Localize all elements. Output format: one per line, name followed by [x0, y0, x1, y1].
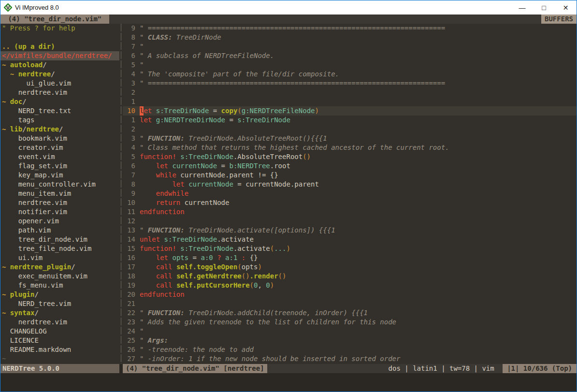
- token-k: let: [156, 161, 168, 171]
- tree-file[interactable]: ui.vim: [0, 253, 119, 262]
- code-line[interactable]: 15function! s:TreeDirNode.activate(...): [123, 244, 577, 253]
- code-line[interactable]: 1let g:NERDTreeDirNode = s:TreeDirNode: [123, 116, 577, 125]
- code-line[interactable]: 1: [123, 97, 577, 106]
- token-d: [2, 254, 18, 261]
- token-dir: nerdtree: [27, 125, 59, 133]
- code-line[interactable]: 5function! s:TreeDirNode.AbsoluteTreeRoo…: [123, 152, 577, 161]
- code-line[interactable]: 7": [123, 42, 577, 51]
- code-line[interactable]: 11endfunction: [123, 207, 577, 217]
- code-line[interactable]: 4" The 'composite' part of the file/dir …: [123, 70, 577, 79]
- code-line[interactable]: 21: [123, 299, 577, 308]
- tree-file[interactable]: NERD_tree.vim: [0, 299, 119, 308]
- code-line[interactable]: 26" -treenode: the node to add: [123, 345, 577, 354]
- code-line[interactable]: 23" Adds the given treenode to the list …: [123, 318, 577, 327]
- minimize-button[interactable]: —: [511, 0, 533, 15]
- code-line[interactable]: 27" -inOrder: 1 if the new node should b…: [123, 354, 577, 363]
- tree-file[interactable]: nerdtree.vim: [0, 318, 119, 327]
- token-c: TreeDirNode.activate([options]) {{{1: [185, 226, 335, 235]
- close-button[interactable]: ✕: [555, 0, 577, 15]
- token-d: /: [22, 98, 26, 105]
- tree-file[interactable]: NERD_tree.txt: [0, 106, 119, 116]
- code-line[interactable]: 12: [123, 217, 577, 226]
- code-line[interactable]: 5": [123, 60, 577, 70]
- code-line[interactable]: 16 let opts = a:0 ? a:1 : {}: [123, 253, 577, 262]
- token-d: [2, 235, 18, 243]
- token-d: /: [51, 70, 55, 78]
- code-line[interactable]: 17 call self.toggleOpen(opts): [123, 262, 577, 272]
- code-line[interactable]: 9 endwhile: [123, 189, 577, 198]
- token-k: call: [156, 281, 173, 290]
- tree-file[interactable]: menu_controller.vim: [0, 180, 119, 189]
- tab-tree-dir-node[interactable]: (4) "tree_dir_node.vim": [0, 15, 109, 24]
- code-line[interactable]: 13" FUNCTION: TreeDirNode.activate([opti…: [123, 226, 577, 235]
- code-line[interactable]: 8 let currentNode = currentNode.parent: [123, 180, 577, 189]
- code-line[interactable]: 2: [123, 88, 577, 97]
- tree-up-a-dir[interactable]: .. (up a dir): [0, 42, 119, 51]
- tree-file[interactable]: tree_dir_node.vim: [0, 235, 119, 244]
- token-d: [2, 153, 18, 160]
- tree-blank-line[interactable]: [0, 33, 119, 42]
- code-line[interactable]: 2: [123, 125, 577, 134]
- code-line[interactable]: 14unlet s:TreeDirNode.activate: [123, 235, 577, 244]
- tree-file[interactable]: tags: [0, 116, 119, 125]
- token-d: [2, 107, 18, 115]
- code-line[interactable]: 20endfunction: [123, 290, 577, 299]
- code-line[interactable]: 9" =====================================…: [123, 24, 577, 33]
- tree-file[interactable]: CHANGELOG: [0, 327, 119, 336]
- code-line[interactable]: 24": [123, 327, 577, 336]
- code-line[interactable]: 25" Args:: [123, 336, 577, 345]
- tree-dir[interactable]: ~ plugin/: [0, 290, 119, 299]
- code-line[interactable]: 6 let currentNode = b:NERDTree.root: [123, 161, 577, 171]
- token-gold: ..: [2, 43, 10, 50]
- line-number: 9: [123, 189, 135, 198]
- tree-file[interactable]: opener.vim: [0, 217, 119, 226]
- code-line[interactable]: 3" =====================================…: [123, 79, 577, 88]
- code-line[interactable]: 7 while currentNode.parent != {}: [123, 171, 577, 180]
- token-gold: ~: [10, 70, 18, 78]
- token-file: path.vim: [18, 226, 51, 234]
- window-separator[interactable]: [119, 24, 123, 364]
- tree-file[interactable]: key_map.vim: [0, 171, 119, 180]
- tree-help-line[interactable]: " Press ? for help: [0, 24, 119, 33]
- code-line[interactable]: 8" CLASS: TreeDirNode: [123, 33, 577, 42]
- tree-file[interactable]: nerdtree.vim: [0, 198, 119, 207]
- code-line[interactable]: 3" FUNCTION: TreeDirNode.AbsoluteTreeRoo…: [123, 134, 577, 143]
- line-number: 4: [123, 143, 135, 152]
- tree-file[interactable]: nerdtree.vim: [0, 88, 119, 97]
- tree-file[interactable]: path.vim: [0, 226, 119, 235]
- tree-dir[interactable]: ~ syntax/: [0, 308, 119, 318]
- line-number: 5: [123, 152, 135, 161]
- tree-file[interactable]: bookmark.vim: [0, 134, 119, 143]
- code-line[interactable]: 6" A subclass of NERDTreeFileNode.: [123, 51, 577, 60]
- tree-file[interactable]: event.vim: [0, 152, 119, 161]
- maximize-button[interactable]: □: [533, 0, 555, 15]
- token-d: /: [71, 263, 75, 271]
- tree-empty-indicator[interactable]: ~: [0, 354, 119, 363]
- tree-file[interactable]: ui_glue.vim: [0, 79, 119, 88]
- code-line[interactable]: 10 return currentNode: [123, 198, 577, 207]
- token-d: =: [188, 253, 201, 262]
- tree-dir[interactable]: ~ nerdtree/: [0, 70, 119, 79]
- tree-dir[interactable]: ~ lib/nerdtree/: [0, 125, 119, 134]
- token-p: (): [303, 152, 311, 161]
- tree-dir[interactable]: ~ nerdtree_plugin/: [0, 262, 119, 272]
- code-line[interactable]: 19 call self.putCursorHere(0, 0): [123, 281, 577, 290]
- tree-file[interactable]: flag_set.vim: [0, 161, 119, 171]
- command-line[interactable]: [0, 373, 577, 392]
- tree-file[interactable]: README.markdown: [0, 345, 119, 354]
- tree-root-path[interactable]: </vimfiles/bundle/nerdtree/: [0, 51, 119, 60]
- tree-file[interactable]: menu_item.vim: [0, 189, 119, 198]
- tree-file[interactable]: fs_menu.vim: [0, 281, 119, 290]
- code-line[interactable]: 22" FUNCTION: TreeDirNode.addChild(treen…: [123, 308, 577, 318]
- tree-file[interactable]: notifier.vim: [0, 207, 119, 217]
- tree-file[interactable]: exec_menuitem.vim: [0, 272, 119, 281]
- tree-file[interactable]: tree_file_node.vim: [0, 244, 119, 253]
- tree-dir[interactable]: ~ autoload/: [0, 60, 119, 70]
- code-line[interactable]: 10let s:TreeDirNode = copy(g:NERDTreeFil…: [123, 106, 577, 116]
- tree-file[interactable]: LICENCE: [0, 336, 119, 345]
- code-line[interactable]: 18 call self.getNerdtree().render(): [123, 272, 577, 281]
- tree-dir[interactable]: ~ doc/: [0, 97, 119, 106]
- token-c: TreeDirNode: [172, 33, 221, 42]
- tree-file[interactable]: creator.vim: [0, 143, 119, 152]
- code-line[interactable]: 4" Class method that returns the highest…: [123, 143, 577, 152]
